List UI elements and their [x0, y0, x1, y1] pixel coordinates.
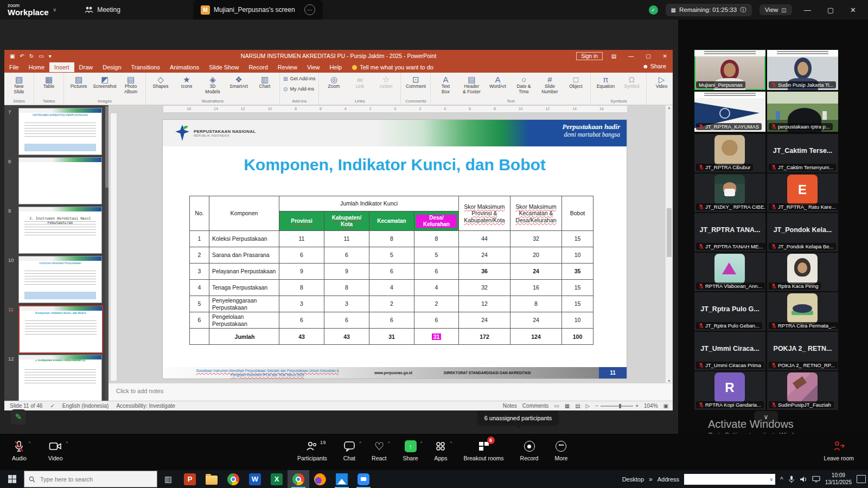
view-button[interactable]: View ◫	[760, 4, 792, 15]
customize-qat-icon[interactable]: ▾	[49, 53, 52, 59]
ribbon-button[interactable]: ▦ Table	[36, 74, 61, 89]
ribbon-button[interactable]: ◎ Zoom	[321, 74, 346, 89]
chevron-up-icon[interactable]: ^	[29, 440, 31, 445]
language-label[interactable]: English (Indonesia)	[62, 403, 109, 409]
ribbon-button[interactable]: ▨ Pictures	[66, 74, 91, 89]
vertical-ruler[interactable]	[110, 113, 117, 381]
ribbon-button[interactable]: ⊙ My Add-ins	[282, 84, 315, 94]
search-input[interactable]	[39, 476, 139, 483]
zoom-workplace-logo[interactable]: zoom Workplace	[8, 3, 49, 16]
breakout-rooms-button[interactable]: 6 Breakout rooms	[463, 439, 503, 461]
participant-tile[interactable]: SudinPusipJT_Fauziah	[767, 371, 838, 410]
close-button[interactable]: ✕	[846, 6, 860, 14]
taskbar-excel-icon[interactable]: X	[266, 470, 288, 488]
tray-display-icon[interactable]	[812, 476, 820, 483]
scroll-up-icon[interactable]: ▲	[666, 106, 673, 110]
redo-icon[interactable]: ↻	[29, 53, 34, 59]
scrollbar-thumb[interactable]	[667, 208, 672, 257]
taskbar-chrome-active-icon[interactable]	[288, 470, 309, 488]
chevron-up-icon[interactable]: ^	[420, 440, 423, 445]
comments-toggle[interactable]: Comments	[522, 403, 548, 409]
ppt-share-button[interactable]: ☻ Share	[642, 63, 666, 69]
ribbon-button[interactable]: ▷ Video	[649, 74, 674, 89]
ribbon-button[interactable]: ◇ Shapes	[148, 74, 173, 89]
chevron-up-icon[interactable]: ^	[450, 440, 452, 445]
participant-tile[interactable]: R RPTRA Kopi Gandaria...	[694, 371, 765, 410]
ribbon-button[interactable]: ★ Icons	[174, 74, 199, 89]
ribbon-tab[interactable]: Review	[273, 62, 302, 72]
leave-room-button[interactable]: Leave room	[824, 439, 854, 461]
participant-tile[interactable]: JT_RIZKY_ RPTRA CIBE...	[694, 174, 765, 212]
video-tile[interactable]: Mujiani_Perpusnas	[694, 50, 765, 90]
taskbar-powerpoint-icon[interactable]: P	[179, 470, 201, 488]
taskbar-clock[interactable]: 10:0913/11/2025	[825, 472, 852, 486]
time-remaining-pill[interactable]: ▦ Remaining: 01:25:33 ⓘ	[666, 4, 752, 16]
ppt-minimize-button[interactable]: —	[625, 53, 637, 59]
chevron-down-icon[interactable]: ∨	[53, 7, 57, 12]
task-view-button[interactable]: ▥	[157, 470, 179, 488]
video-tile[interactable]: Sudin Pusip Jakarta Ti...	[767, 50, 838, 90]
chevron-up-icon[interactable]: ^	[388, 440, 390, 445]
ribbon-button[interactable]: ◩ Screenshot	[92, 74, 117, 89]
participant-tile[interactable]: RPTRA Vlaboean_Ann...	[694, 253, 765, 291]
audio-button[interactable]: ^ Audio	[12, 439, 27, 461]
zoom-out-icon[interactable]: −	[595, 403, 598, 409]
video-tile[interactable]: JT_RPTRA_KAYUMAS	[694, 92, 765, 132]
normal-view-icon[interactable]: ▭	[554, 403, 559, 409]
tell-me-box[interactable]: Tell me what you want to do	[352, 64, 433, 70]
ribbon-button[interactable]: □ Object	[563, 74, 588, 89]
slide-thumbnail[interactable]: INSTRUMEN AKREDITASI PERPUSTAKAAN	[18, 108, 102, 155]
participant-tile[interactable]: JT_Rptra Pulo G... JT_Rptra Pulo Geban..…	[694, 292, 765, 331]
participant-tile[interactable]: E JT_RPTRA_ Ratu Kare...	[767, 174, 838, 212]
chevron-up-icon[interactable]: ^	[359, 440, 361, 445]
chat-button[interactable]: ^ Chat	[343, 439, 355, 461]
taskbar-zoom-icon[interactable]	[353, 470, 374, 488]
restore-button[interactable]: ▢	[823, 6, 838, 14]
ribbon-tab[interactable]: Record	[244, 62, 272, 72]
ribbon-button[interactable]: A WordArt	[485, 74, 510, 89]
tab-shared-screen[interactable]: M Mujiani_Perpusnas's screen ⋯	[193, 0, 323, 20]
slide-sorter-icon[interactable]: ▦	[565, 403, 570, 409]
ribbon-tab[interactable]: File	[4, 62, 24, 72]
ribbon-button[interactable]: ○ Date & Time	[511, 74, 536, 94]
action-center-icon[interactable]	[857, 475, 866, 483]
slide-thumbnail[interactable]: Instrumen Akreditasi Perpustakaan	[18, 256, 102, 303]
more-button[interactable]: ••• More	[554, 439, 567, 461]
horizontal-ruler[interactable]: 16 14 12 10 8 6 4 2 0 2 4 6 8 10 12 14 1…	[163, 105, 628, 113]
save-icon[interactable]: ▣	[10, 53, 15, 59]
ribbon-tab[interactable]: Home	[24, 62, 49, 72]
taskbar-search[interactable]	[24, 471, 157, 487]
ribbon-tab[interactable]: View	[302, 62, 325, 72]
ribbon-tab[interactable]: Design	[98, 62, 126, 72]
annotate-button[interactable]: ✎	[11, 409, 26, 425]
ribbon-button[interactable]: ⊡ Comment	[403, 74, 428, 89]
taskbar-firefox-icon[interactable]	[309, 470, 331, 488]
slide-thumbnail[interactable]	[18, 157, 102, 204]
fit-slide-icon[interactable]: ▣	[663, 403, 668, 409]
ribbon-tab[interactable]: Slide Show	[204, 62, 244, 72]
ribbon-tab[interactable]: Help	[325, 62, 347, 72]
taskbar-file-explorer-icon[interactable]	[201, 470, 222, 488]
address-input[interactable]: ∨	[684, 474, 775, 485]
participant-tile[interactable]: JT_RPTRA TANA... JT_RPTRA TANAH ME...	[694, 213, 765, 252]
participant-tile[interactable]: JT_Ummi Ciraca... JT_Ummi Ciracas Prima	[694, 332, 765, 370]
participant-tile[interactable]: RPTRA Citra Permata_...	[767, 292, 838, 331]
more-options-icon[interactable]: ⋯	[304, 4, 315, 15]
ribbon-tab[interactable]: Insert	[49, 62, 74, 72]
slideshow-icon[interactable]: ▭	[39, 53, 43, 59]
taskbar-word-icon[interactable]: W	[244, 470, 266, 488]
zoom-percent[interactable]: 104%	[644, 403, 658, 409]
ribbon-tab[interactable]: Animations	[165, 62, 204, 72]
participant-tile[interactable]: POKJA 2_ RETN... POKJA 2_ RETNO_RP...	[767, 332, 838, 370]
chevron-up-icon[interactable]: ^	[66, 440, 68, 445]
desktop-label[interactable]: Desktop	[622, 476, 644, 483]
video-button[interactable]: ^ Video	[48, 439, 63, 461]
video-tile[interactable]: perpustakaan rptra p...	[767, 92, 838, 132]
security-shield-icon[interactable]: ✓	[649, 5, 658, 15]
ribbon-button[interactable]: A Text Box	[433, 74, 458, 94]
ribbon-button[interactable]: Ω Symbol	[619, 74, 644, 89]
slideshow-view-icon[interactable]: ▷	[586, 403, 590, 409]
ribbon-button[interactable]: ▥ Chart	[252, 74, 277, 89]
notes-pane[interactable]: Click to add notes	[108, 383, 673, 401]
apps-button[interactable]: ^ Apps	[435, 439, 448, 461]
